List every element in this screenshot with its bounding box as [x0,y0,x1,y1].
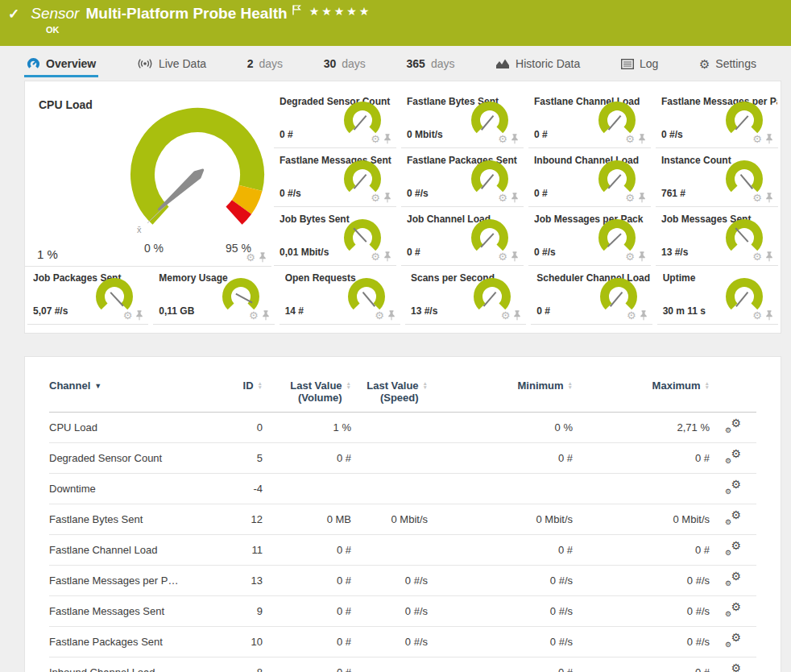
column-label: ID [243,380,254,392]
gauge-value: 13 #/s [661,247,688,258]
gauge-settings-gear-icon[interactable]: ⚙ [752,134,762,144]
column-header-minimum[interactable]: Minimum▲▼ [428,368,573,413]
priority-stars[interactable]: ★★★★★ [309,5,372,18]
pin-icon[interactable] [259,251,267,263]
sort-toggle-icon[interactable]: ▲▼ [705,381,710,389]
gauge-settings-gear-icon[interactable]: ⚙ [498,193,507,203]
column-label-line2: (Volume) [290,392,342,404]
column-label: Last Value [290,380,342,392]
table-row-fastlane-packages-sent: Fastlane Packages Sent100 #0 #/s0 #/s0 #… [49,627,756,657]
cell-channel: Fastlane Packages Sent [49,627,214,657]
pin-icon[interactable] [383,133,391,144]
pin-icon[interactable] [765,251,773,262]
channel-settings-gears-icon[interactable]: ⚙⚙ [725,604,741,616]
pin-icon[interactable] [513,309,521,321]
tab-historic-data[interactable]: Historic Data [493,52,582,77]
tab-365-days[interactable]: 365days [404,52,458,77]
tab-label: days [259,57,284,70]
tab-overview[interactable]: Overview [24,52,98,77]
gauge-settings-gear-icon[interactable]: ⚙ [627,310,636,321]
column-header-settings [710,368,756,413]
column-header-channel[interactable]: Channel▼ [49,368,214,413]
sort-desc-icon[interactable]: ▼ [94,382,101,390]
gauge-settings-gear-icon[interactable]: ⚙ [752,193,762,203]
gauge-card-cpu-load: CPU Load x̄ 0 % 95 % 1 % ⚙ [25,90,271,267]
tab-live-data[interactable]: Live Data [135,52,209,77]
gauge-value: 0 # [407,247,420,258]
cell-minimum: 0 # [428,443,573,474]
gauge-settings-gear-icon[interactable]: ⚙ [501,310,511,321]
pin-icon[interactable] [765,133,773,144]
pin-icon[interactable] [383,251,391,262]
cell-last-speed [351,657,428,672]
gauge-value: 0 #/s [280,188,301,199]
tab-number: 365 [407,57,425,70]
gauge-settings-gear-icon[interactable]: ⚙ [371,251,380,262]
cell-last-speed: 0 Mbit/s [351,504,428,535]
gauge-value: 0 #/s [534,247,556,258]
gauge-card-uptime: Uptime30 m 11 s⚙ [657,267,778,325]
pin-icon[interactable] [383,192,391,203]
pin-icon[interactable] [640,309,648,321]
pin-icon[interactable] [135,309,143,321]
priority-flag-icon[interactable] [292,2,301,19]
cell-channel-settings: ⚙⚙ [710,504,756,535]
gauge-settings-gear-icon[interactable]: ⚙ [371,134,380,144]
channel-settings-gears-icon[interactable]: ⚙⚙ [725,573,741,586]
cell-last-volume: 0 # [263,535,351,566]
gauge-card-instance-count: Instance Count761 #⚙ [656,149,778,207]
pin-icon[interactable] [511,251,519,262]
gauge-card-fastlane-packages-sent: Fastlane Packages Sent0 #/s⚙ [401,149,524,207]
gauge-settings-gear-icon[interactable]: ⚙ [625,193,635,203]
sort-toggle-icon[interactable]: ▲▼ [258,381,263,389]
cell-last-volume: 0 # [263,596,351,627]
pin-icon[interactable] [262,309,270,321]
gauge-value: 0 # [536,305,550,317]
channel-settings-gears-icon[interactable]: ⚙⚙ [725,665,741,672]
column-header-maximum[interactable]: Maximum▲▼ [573,368,710,413]
pin-icon[interactable] [765,192,773,203]
channel-settings-gears-icon[interactable]: ⚙⚙ [725,420,741,433]
pin-icon[interactable] [638,133,646,144]
tab-30-days[interactable]: 30days [321,52,368,77]
column-header-id[interactable]: ID▲▼ [214,368,263,413]
gauge-settings-gear-icon[interactable]: ⚙ [752,251,762,262]
gauge-settings-gear-icon[interactable]: ⚙ [498,134,507,144]
channel-settings-gears-icon[interactable]: ⚙⚙ [725,542,741,555]
column-header-last-value-speed[interactable]: Last Value(Speed)▲▼ [351,368,428,413]
gauge-settings-gear-icon[interactable]: ⚙ [371,193,380,203]
gauge-settings-gear-icon[interactable]: ⚙ [752,310,762,321]
pin-icon[interactable] [638,251,646,262]
channel-settings-gears-icon[interactable]: ⚙⚙ [725,512,741,525]
sort-toggle-icon[interactable]: ▲▼ [346,381,351,389]
tab-label: days [431,57,455,70]
tab-log[interactable]: Log [619,52,661,77]
gauge-settings-gear-icon[interactable]: ⚙ [625,134,635,144]
cell-id: 9 [214,596,263,627]
channel-settings-gears-icon[interactable]: ⚙⚙ [725,450,741,463]
tab-2-days[interactable]: 2days [245,52,285,77]
gauge-settings-gear-icon[interactable]: ⚙ [498,251,507,262]
sort-toggle-icon[interactable]: ▲▼ [568,381,573,389]
gauge-settings-gear-icon[interactable]: ⚙ [123,310,133,321]
column-header-last-value-volume[interactable]: Last Value(Volume)▲▼ [263,368,351,413]
pin-icon[interactable] [387,309,396,321]
gauge-card-open-requests: Open Requests14 #⚙ [280,267,400,325]
cell-channel: CPU Load [49,413,214,443]
gauge-settings-gear-icon[interactable]: ⚙ [249,310,259,321]
gauge-card-memory-usage: Memory Usage0,11 GB⚙ [153,267,274,325]
channel-settings-gears-icon[interactable]: ⚙⚙ [725,634,741,647]
channel-settings-gears-icon[interactable]: ⚙⚙ [725,481,741,494]
gauge-card-fastlane-bytes-sent: Fastlane Bytes Sent0 Mbit/s⚙ [401,90,524,148]
pin-icon[interactable] [765,309,773,321]
pin-icon[interactable] [511,192,519,203]
cell-minimum: 0 Mbit/s [428,504,573,535]
pin-icon[interactable] [638,192,646,203]
tab-settings[interactable]: ⚙Settings [697,52,759,77]
pin-icon[interactable] [511,133,519,144]
sort-toggle-icon[interactable]: ▲▼ [423,381,428,389]
gauge-settings-gear-icon[interactable]: ⚙ [625,251,635,262]
gauge-settings-gear-icon[interactable]: ⚙ [246,252,255,263]
gauge-settings-gear-icon[interactable]: ⚙ [375,310,384,321]
cell-maximum: 0 #/s [573,566,710,596]
